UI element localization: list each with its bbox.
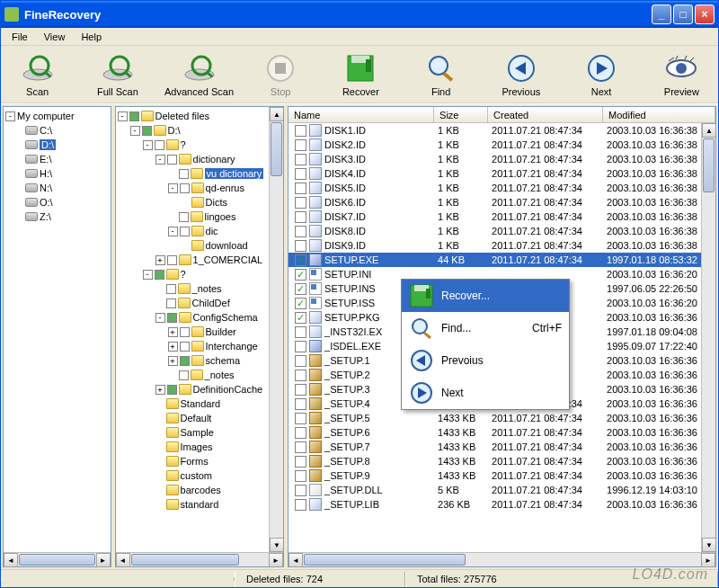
row-checkbox[interactable]	[295, 341, 306, 352]
table-row[interactable]: _SETUP.5 1433 KB 2011.07.21 08:47:34 200…	[288, 411, 701, 425]
advscan-button[interactable]: Advanced Scan	[169, 52, 230, 97]
drive-item[interactable]: C:\	[5, 123, 109, 138]
row-checkbox[interactable]	[295, 168, 306, 180]
table-row[interactable]: ✓SETUP.EXE 44 KB 2011.07.21 08:47:34 199…	[288, 253, 701, 267]
table-row[interactable]: _SETUP.9 1433 KB 2011.07.21 08:47:34 200…	[288, 468, 701, 483]
drive-item[interactable]: N:\	[5, 181, 109, 195]
row-checkbox[interactable]	[295, 226, 306, 237]
svg-point-27	[413, 319, 427, 334]
col-name[interactable]: Name	[288, 107, 434, 122]
col-modified[interactable]: Modified	[603, 107, 715, 122]
preview-button[interactable]: Preview	[652, 52, 711, 97]
row-checkbox[interactable]	[295, 384, 306, 396]
fullscan-button[interactable]: Full Scan	[88, 52, 146, 97]
drive-item[interactable]: D:\	[5, 138, 109, 152]
svg-rect-28	[423, 332, 431, 339]
ctx-previous[interactable]: Prevoius	[402, 344, 569, 377]
row-checkbox[interactable]	[295, 326, 306, 338]
minimize-button[interactable]: _	[652, 4, 671, 24]
row-checkbox[interactable]	[295, 441, 306, 453]
file-icon	[309, 412, 322, 424]
tree-vscroll[interactable]: ▲▼	[269, 107, 283, 552]
drive-item[interactable]: Z:\	[5, 209, 109, 224]
next-button[interactable]: Next	[573, 52, 631, 97]
row-checkbox[interactable]	[295, 183, 306, 194]
file-vscroll[interactable]: ▲▼	[701, 123, 715, 552]
ctx-next[interactable]: Next	[402, 377, 569, 409]
table-row[interactable]: DISK7.ID 1 KB 2011.07.21 08:47:34 2003.1…	[288, 209, 701, 224]
table-row[interactable]: DISK5.ID 1 KB 2011.07.21 08:47:34 2003.1…	[288, 181, 701, 195]
table-row[interactable]: _SETUP.LIB 236 KB 2011.07.21 08:47:34 20…	[288, 497, 701, 512]
watermark: LO4D.com	[633, 566, 708, 583]
row-checkbox[interactable]	[295, 355, 306, 367]
row-checkbox[interactable]	[295, 485, 306, 496]
recover-button[interactable]: Recover	[332, 52, 390, 97]
row-checkbox[interactable]	[295, 211, 306, 223]
row-checkbox[interactable]	[295, 413, 306, 424]
drives-root[interactable]: -My computer	[5, 109, 109, 123]
table-row[interactable]: DISK9.ID 1 KB 2011.07.21 08:47:34 2003.1…	[288, 238, 701, 253]
table-row[interactable]: _SETUP.8 1433 KB 2011.07.21 08:47:34 200…	[288, 454, 701, 468]
table-row[interactable]: DISK2.ID 1 KB 2011.07.21 08:47:34 2003.1…	[288, 138, 701, 152]
stop-button[interactable]: Stop	[252, 52, 310, 97]
status-bar: Deleted files: 724 Total files: 275776	[1, 569, 718, 587]
table-row[interactable]: DISK3.ID 1 KB 2011.07.21 08:47:34 2003.1…	[288, 152, 701, 166]
table-row[interactable]: DISK6.ID 1 KB 2011.07.21 08:47:34 2003.1…	[288, 195, 701, 209]
menu-bar: File View Help	[1, 28, 718, 46]
row-checkbox[interactable]	[295, 154, 306, 165]
row-checkbox[interactable]: ✓	[295, 283, 306, 295]
row-checkbox[interactable]	[295, 197, 306, 209]
ctx-find[interactable]: Find... Ctrl+F	[402, 312, 569, 344]
col-size[interactable]: Size	[434, 107, 488, 122]
row-checkbox[interactable]	[295, 370, 306, 381]
row-checkbox[interactable]	[295, 398, 306, 410]
context-menu: Recover... Find... Ctrl+F Prevoius Next	[401, 279, 570, 410]
row-checkbox[interactable]: ✓	[295, 312, 306, 324]
close-button[interactable]: ×	[695, 4, 715, 24]
maximize-button[interactable]: □	[673, 4, 693, 24]
table-row[interactable]: DISK4.ID 1 KB 2011.07.21 08:47:34 2003.1…	[288, 166, 701, 181]
file-icon	[309, 210, 322, 223]
row-checkbox[interactable]: ✓	[295, 254, 306, 266]
app-window: FineRecovery _ □ × File View Help Scan F…	[0, 0, 719, 588]
table-row[interactable]: DISK1.ID 1 KB 2011.07.21 08:47:34 2003.1…	[288, 123, 701, 138]
row-checkbox[interactable]	[295, 456, 306, 468]
col-created[interactable]: Created	[488, 107, 603, 122]
floppy-icon	[409, 283, 434, 308]
drives-pane: -My computer C:\D:\E:\H:\N:\O:\Z:\ ◄►	[3, 106, 111, 567]
scan-label: Scan	[26, 86, 49, 97]
row-checkbox[interactable]	[295, 499, 306, 511]
menu-view[interactable]: View	[37, 30, 73, 44]
file-list-header[interactable]: Name Size Created Modified	[288, 107, 715, 123]
table-row[interactable]: _SETUP.6 1433 KB 2011.07.21 08:47:34 200…	[288, 425, 701, 440]
menu-help[interactable]: Help	[74, 30, 109, 44]
folder-tree[interactable]: -Deleted files -D:\ -? -dictionary vu di…	[116, 107, 270, 552]
row-checkbox[interactable]	[295, 125, 306, 137]
table-row[interactable]: DISK8.ID 1 KB 2011.07.21 08:47:34 2003.1…	[288, 224, 701, 238]
scan-button[interactable]: Scan	[8, 52, 67, 97]
drives-tree[interactable]: -My computer C:\D:\E:\H:\N:\O:\Z:\	[4, 107, 111, 552]
previous-button[interactable]: Previous	[492, 52, 550, 97]
drive-item[interactable]: O:\	[5, 195, 109, 209]
file-hscroll[interactable]: ◄►	[288, 552, 715, 566]
row-checkbox[interactable]: ✓	[295, 298, 306, 309]
menu-file[interactable]: File	[4, 30, 35, 44]
row-checkbox[interactable]: ✓	[295, 269, 306, 281]
tree-hscroll[interactable]: ◄►	[116, 552, 284, 566]
row-checkbox[interactable]	[295, 240, 306, 252]
drives-hscroll[interactable]: ◄►	[4, 552, 111, 566]
row-checkbox[interactable]	[295, 470, 306, 482]
drive-item[interactable]: H:\	[5, 166, 109, 181]
title-bar[interactable]: FineRecovery _ □ ×	[1, 1, 718, 28]
row-checkbox[interactable]	[295, 427, 306, 439]
drive-item[interactable]: E:\	[5, 152, 109, 166]
ctx-recover[interactable]: Recover...	[402, 280, 569, 312]
row-checkbox[interactable]	[295, 139, 306, 151]
svg-rect-15	[442, 72, 453, 82]
table-row[interactable]: _SETUP.7 1433 KB 2011.07.21 08:47:34 200…	[288, 440, 701, 454]
find-button[interactable]: Find	[412, 52, 470, 97]
file-icon	[309, 325, 322, 338]
table-row[interactable]: _SETUP.DLL 5 KB 2011.07.21 08:47:34 1996…	[288, 483, 701, 497]
svg-line-20	[669, 58, 674, 61]
file-icon	[309, 268, 322, 281]
